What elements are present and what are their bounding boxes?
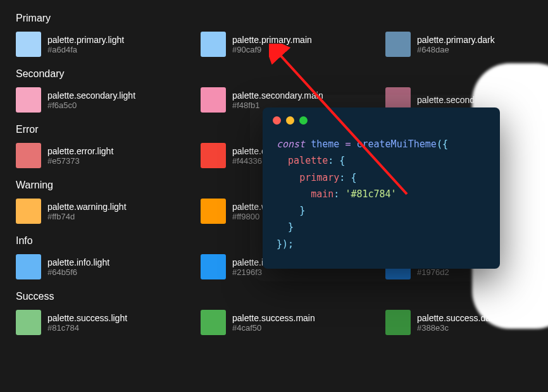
swatch-label: palette.primary.light [47, 35, 124, 45]
swatch-hex: #2196f3 [232, 267, 297, 277]
swatch-hex: #388e3c [417, 323, 498, 333]
color-swatch[interactable] [201, 87, 226, 113]
code-punct: ({ [437, 138, 448, 150]
swatch-label: palette.warning.light [47, 202, 127, 212]
swatch-item: palette.info.light#64b5f6 [16, 254, 163, 279]
swatch-text: palette.warning.light#ffb74d [47, 202, 127, 221]
swatch-text: palette.success.main#4caf50 [232, 313, 315, 333]
category-title: Primary [16, 13, 532, 24]
swatch-text: palette.error.light#e57373 [47, 146, 113, 166]
swatch-hex: #1976d2 [417, 267, 480, 277]
code-punct: : { [339, 172, 356, 183]
code-punct: } [299, 205, 305, 216]
color-swatch[interactable] [385, 32, 411, 57]
swatch-label: palette.success.light [47, 313, 127, 323]
color-swatch[interactable] [16, 87, 41, 113]
swatch-item: palette.success.light#81c784 [16, 310, 163, 335]
swatch-text: palette.secondary.main#f48fb1 [232, 90, 323, 110]
swatch-item: palette.warning.light#ffb74d [16, 199, 163, 224]
swatch-text: palette.success.light#81c784 [47, 313, 127, 333]
swatch-label: palette.secondary.light [47, 90, 135, 101]
swatch-hex: #90caf9 [232, 45, 312, 54]
swatch-hex: #a6d4fa [47, 45, 124, 54]
swatch-row: palette.success.light#81c784palette.succ… [16, 310, 532, 335]
color-swatch[interactable] [16, 32, 41, 57]
code-variable: theme [311, 138, 339, 150]
category-secondary: Secondarypalette.secondary.light#f6a5c0p… [16, 68, 532, 113]
swatch-text: palette.primary.dark#648dae [417, 35, 495, 54]
swatch-text: palette.info.light#64b5f6 [47, 257, 109, 277]
swatch-row: palette.primary.light#a6d4fapalette.prim… [16, 32, 532, 57]
swatch-text: palette.primary.main#90caf9 [232, 35, 312, 54]
color-swatch[interactable] [16, 199, 41, 224]
code-punct: : [333, 188, 339, 200]
color-swatch[interactable] [16, 143, 41, 168]
code-keyword: const [277, 138, 305, 150]
swatch-text: palette.primary.light#a6d4fa [47, 35, 124, 54]
color-swatch[interactable] [201, 199, 226, 224]
color-swatch[interactable] [201, 32, 226, 57]
code-string: '#81c784' [345, 188, 396, 200]
minimize-icon[interactable] [286, 116, 294, 125]
swatch-item: palette.error.light#e57373 [16, 143, 163, 168]
swatch-hex: #e57373 [47, 156, 113, 166]
swatch-item: palette.primary.dark#648dae [385, 32, 532, 57]
color-swatch[interactable] [201, 143, 226, 168]
code-punct: }); [277, 238, 294, 250]
color-swatch[interactable] [16, 254, 41, 279]
category-primary: Primarypalette.primary.light#a6d4fapalet… [16, 13, 532, 57]
category-title: Secondary [16, 68, 532, 80]
code-prop: primary [299, 172, 339, 183]
swatch-hex: #648dae [417, 45, 495, 54]
swatch-text: palette.secondary.light#f6a5c0 [47, 90, 135, 110]
code-editor-overlay: const theme = createMuiTheme({ palette: … [263, 107, 500, 269]
code-punct: : { [328, 155, 345, 166]
swatch-hex: #f6a5c0 [47, 101, 135, 110]
swatch-label: palette.info.light [47, 257, 109, 267]
swatch-label: palette.error.light [47, 146, 113, 156]
color-swatch[interactable] [201, 254, 226, 279]
swatch-item: palette.primary.light#a6d4fa [16, 32, 163, 57]
color-swatch[interactable] [385, 310, 411, 335]
close-icon[interactable] [273, 116, 281, 125]
category-title: Success [16, 291, 532, 302]
swatch-hex: #ffb74d [47, 212, 127, 221]
category-success: Successpalette.success.light#81c784palet… [16, 291, 532, 335]
code-operator: = [345, 138, 351, 150]
code-prop: palette [288, 155, 328, 166]
color-swatch[interactable] [201, 310, 226, 335]
code-body: const theme = createMuiTheme({ palette: … [263, 130, 500, 269]
maximize-icon[interactable] [299, 116, 308, 125]
swatch-label: palette.primary.main [232, 35, 312, 45]
swatch-item: palette.success.main#4caf50 [201, 310, 347, 335]
swatch-label: palette.secondary.main [232, 90, 323, 101]
code-prop: main [311, 188, 333, 200]
swatch-label: palette.success.main [232, 313, 315, 323]
swatch-label: palette.primary.dark [417, 35, 495, 45]
code-function: createMuiTheme [356, 138, 436, 150]
swatch-hex: #4caf50 [232, 323, 315, 333]
swatch-hex: #81c784 [47, 323, 127, 333]
swatch-item: palette.primary.main#90caf9 [201, 32, 347, 57]
swatch-hex: #64b5f6 [47, 267, 109, 277]
color-swatch[interactable] [16, 310, 41, 335]
code-punct: } [288, 221, 294, 233]
window-titlebar [263, 107, 500, 130]
swatch-item: palette.secondary.light#f6a5c0 [16, 87, 163, 113]
